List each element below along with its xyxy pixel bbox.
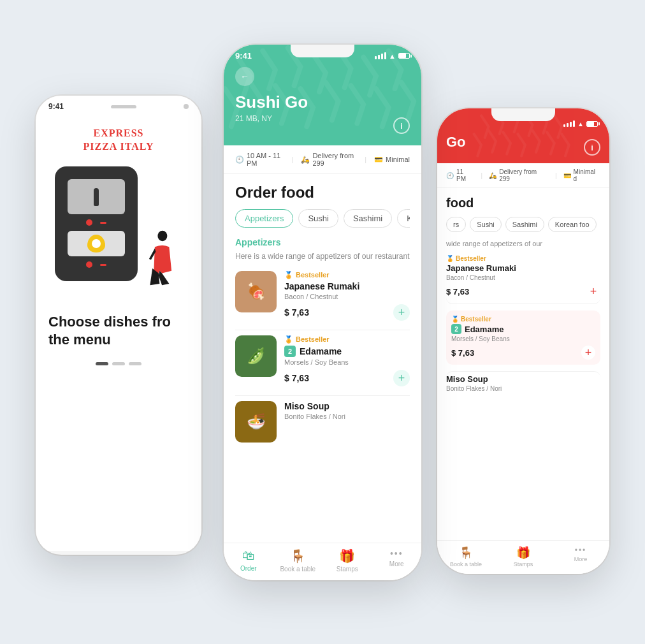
right-section-desc: wide range of appetizers of our [446,240,600,247]
right-price-1: $ 7,63 [446,287,469,296]
tab-appetizers[interactable]: Appetizers [235,209,293,228]
order-icon: 🛍 [242,548,255,563]
right-nav-more[interactable]: ••• More [552,546,609,567]
brand-logo: EXPRESSPIZZA ITALY [83,127,154,154]
right-add-btn-1[interactable]: + [586,284,600,298]
right-delivery-meta: 🛵 Delivery from 299 [489,168,549,182]
book-icon: 🪑 [290,548,306,564]
order-title: Order food [235,184,410,201]
tab-sashimi[interactable]: Sashimi [344,209,392,228]
item-desc-1: Bacon / Chestnut [284,293,410,300]
left-content: EXPRESSPIZZA ITALY [36,114,201,551]
divider-2 [235,395,410,396]
right-medal-2: 🏅 [451,316,459,323]
delivery-meta: 🛵 Delivery from 299 [301,152,357,167]
right-nav-book[interactable]: 🪑 Book a table [437,546,495,567]
hours-meta: 🕙 10 AM - 11 PM [235,152,284,167]
right-bestseller-text-2: Bestseller [461,316,491,323]
right-more-icon: ••• [575,546,587,555]
right-bestseller-1: 🏅 Bestseller [446,255,600,262]
svg-point-0 [157,230,167,241]
right-content: food rs Sushi Sashimi Korean foo wide ra… [437,188,609,540]
nav-stamps[interactable]: 🎁 Stamps [322,548,372,573]
right-stamps-icon: 🎁 [516,546,530,560]
right-battery [586,121,598,127]
right-tab-korean[interactable]: Korean foo [548,217,597,232]
bottle-icon [94,188,99,206]
right-item-name-3: Miso Soup [446,374,600,384]
right-menu-item-3: Miso Soup Bonito Flakes / Nori [446,371,600,392]
add-button-1[interactable]: + [393,304,410,321]
right-qty-2: 2 [451,324,461,334]
nav-book[interactable]: 🪑 Book a table [273,548,323,573]
right-clock-icon: 🕙 [446,172,454,179]
right-item-desc-3: Bonito Flakes / Nori [446,385,600,392]
right-tab-sashimi[interactable]: Sashimi [505,217,544,232]
medal-icon: 🏅 [284,271,293,279]
item-name-3: Miso Soup [284,401,410,411]
tab-korean[interactable]: Korean fo [397,209,410,228]
menu-item-3: 🍜 Miso Soup Bonito Flakes / Nori [235,401,410,443]
right-nav-more-label: More [574,556,588,562]
scene: 9:41 EXPRESSPIZZA ITALY [36,45,609,599]
right-tab-rs[interactable]: rs [446,217,466,232]
filter-tabs: Appetizers Sushi Sashimi Korean fo [235,209,410,228]
left-status-bar: 9:41 [36,96,201,114]
item-price-1: $ 7,63 [284,307,309,318]
tab-sushi[interactable]: Sushi [298,209,338,228]
right-menu-item-1: 🏅 Bestseller Japanese Rumaki Bacon / Che… [446,255,600,304]
bestseller-badge-1: 🏅 Bestseller [284,271,410,279]
right-order-title: food [446,196,600,210]
menu-details-2: 🏅 Bestseller 2 Edamame Morsels / Soy Bea… [284,335,410,386]
medal-icon-2: 🏅 [284,335,293,344]
egg-icon [87,235,105,252]
section-label: Appetizers [235,237,410,247]
info-button[interactable]: i [393,117,410,134]
bottom-nav: 🛍 Order 🪑 Book a table 🎁 Stamps ••• More [224,543,421,580]
right-filter-tabs: rs Sushi Sashimi Korean foo [446,217,600,232]
right-card-icon: 💳 [563,172,571,179]
right-item-desc-2: Morsels / Soy Beans [451,335,595,342]
right-nav-book-label: Book a table [450,561,482,567]
right-add-btn-2[interactable]: + [581,346,595,360]
dot-1 [96,362,108,365]
nav-more[interactable]: ••• More [372,548,422,573]
delivery-icon: 🛵 [301,156,310,164]
menu-img-2: 🫛 [235,335,277,377]
bestseller-badge-2: 🏅 Bestseller [284,335,410,344]
right-tab-sushi[interactable]: Sushi [470,217,502,232]
add-button-2[interactable]: + [393,370,410,386]
delivery-text: Delivery from 299 [312,152,357,167]
right-item-name-2: 2 Edamame [451,324,595,334]
mini-dot-2 [86,261,92,268]
menu-img-3: 🍜 [235,401,277,443]
dot-2 [112,362,125,365]
right-info-button[interactable]: i [584,139,600,156]
meta-bar: 🕙 10 AM - 11 PM | 🛵 Delivery from 299 | … [224,145,421,174]
right-minimal-meta: 💳 Minimal d [563,168,600,182]
right-hours-text: 11 PM [456,168,475,182]
menu-details-1: 🏅 Bestseller Japanese Rumaki Bacon / Che… [284,271,410,321]
item-desc-2: Morsels / Soy Beans [284,358,410,366]
right-nav-stamps[interactable]: 🎁 Stamps [495,546,552,567]
minimal-text: Minimal [386,156,410,163]
item-name-text-2: Edamame [300,346,342,356]
nav-order[interactable]: 🛍 Order [224,548,273,573]
right-meta-bar: 🕙 11 PM | 🛵 Delivery from 299 | 💳 Minima… [437,163,609,188]
right-phone: 9:41 ▲ Go i [437,108,609,574]
left-phone: 9:41 EXPRESSPIZZA ITALY [36,96,201,555]
right-inner: 9:41 ▲ Go i [437,108,609,574]
right-price-row-2: $ 7,63 + [451,346,595,360]
menu-img-1: 🍖 [235,271,277,312]
left-time: 9:41 [48,102,64,111]
nav-stamps-label: Stamps [337,566,358,573]
item-desc-3: Bonito Flakes / Nori [284,413,410,420]
header-pattern [224,45,421,145]
mini-card-2 [68,231,125,256]
right-nav-stamps-label: Stamps [514,561,533,567]
left-speaker [111,105,136,108]
qty-badge-2: 2 [284,346,296,357]
mini-card-1 [68,179,125,214]
item-name-2: 2 Edamame [284,346,410,357]
choose-text: Choose dishes frothe menu [48,313,189,349]
